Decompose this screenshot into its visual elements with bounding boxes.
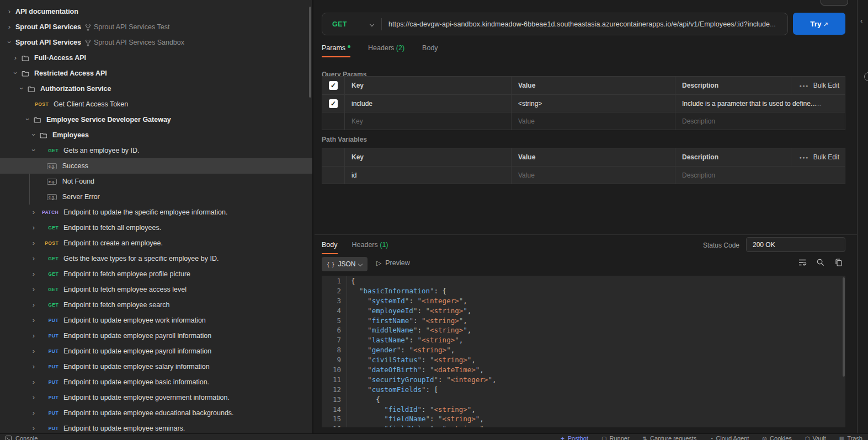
sidebar-item-request[interactable]: ›PUTEndpoint to update employee educatio… — [0, 405, 312, 421]
sidebar-item-request[interactable]: ›GETEndpoint to fetch employee access le… — [0, 282, 312, 297]
chevron-collapsed-icon[interactable]: › — [29, 331, 39, 340]
bulk-edit-button[interactable]: ●●●Bulk Edit — [791, 148, 846, 166]
sidebar-item-folder[interactable]: ›Authorization Service — [0, 81, 312, 96]
statusbar-item-runner[interactable]: ▢Runner — [601, 435, 630, 440]
partial-circle-icon[interactable] — [864, 72, 868, 81]
sidebar-item-request[interactable]: ›GETEndpoint to fetch employee profile p… — [0, 266, 312, 282]
sidebar-item-request[interactable]: ›PUTEndpoint to update employee seminars… — [0, 421, 312, 433]
try-button[interactable]: Try↗ — [793, 13, 845, 35]
statusbar-item-capture-requests[interactable]: ⇅Capture requests — [643, 435, 697, 440]
chevron-collapsed-icon[interactable]: › — [29, 393, 39, 401]
param-value-input[interactable]: <string> — [511, 95, 675, 112]
sidebar-item-collection[interactable]: ›Sprout API ServicesSprout API Services … — [0, 35, 312, 50]
chevron-collapsed-icon[interactable]: › — [29, 254, 39, 262]
pathvar-description-input[interactable]: Description — [675, 167, 846, 184]
sidebar-item-request[interactable]: ›PUTEndpoint to update employee governme… — [0, 390, 312, 405]
param-key-input[interactable]: Key — [344, 112, 511, 130]
statusbar-item-cloud-agent[interactable]: ◔Cloud Agent — [710, 435, 749, 440]
tab-response-body[interactable]: Body — [322, 241, 338, 253]
pathvar-value-input[interactable]: Value — [511, 167, 675, 184]
sidebar-item-request[interactable]: ›PATCHEndpoint to update the specific em… — [0, 205, 312, 220]
url-input[interactable]: https://ca-devgw-api-sandbox.kindmeadow-… — [382, 20, 782, 28]
search-icon[interactable] — [816, 258, 825, 267]
code-line: 15 "fieldName": "<string>", — [322, 414, 845, 424]
sidebar-item-folder[interactable]: ›Full-Access API — [0, 50, 312, 66]
statusbar-item-cookies[interactable]: ◎Cookies — [762, 435, 791, 440]
sidebar-item-request[interactable]: ›GETGets the leave types for a specific … — [0, 251, 312, 266]
param-value-input[interactable]: Value — [511, 112, 675, 130]
sidebar-item-request[interactable]: ›PUTEndpoint to update employee basic in… — [0, 374, 312, 390]
sidebar-item-request[interactable]: POSTGet Client Access Token — [0, 96, 312, 112]
sidebar-item-request[interactable]: ›GETGets an employee by ID. — [0, 143, 312, 158]
select-all-checkbox[interactable]: ✓ — [329, 81, 338, 90]
line-number: 4 — [322, 306, 347, 316]
statusbar-item-vault[interactable]: ⬡Vault — [805, 435, 826, 440]
chevron-collapsed-icon[interactable]: › — [29, 409, 39, 417]
tab-body[interactable]: Body — [422, 44, 438, 56]
sidebar-item-collection[interactable]: ›Sprout API ServicesSprout API Services … — [0, 19, 312, 35]
chevron-collapsed-icon[interactable]: › — [29, 378, 39, 386]
bulk-edit-button[interactable]: ●●●Bulk Edit — [791, 77, 846, 94]
sidebar-item-folder[interactable]: ›Employees — [0, 127, 312, 143]
chevron-expanded-icon[interactable]: › — [30, 145, 38, 155]
sidebar-item-request[interactable]: ›PUTEndpoint to update employee salary i… — [0, 359, 312, 374]
chevron-collapsed-icon[interactable]: › — [29, 208, 39, 216]
sidebar-item-folder[interactable]: ›Restricted Access API — [0, 66, 312, 81]
statusbar-item-trash[interactable]: ▥Trash — [839, 435, 862, 440]
tab-response-headers[interactable]: Headers (1) — [352, 241, 388, 253]
chevron-collapsed-icon[interactable]: › — [4, 7, 14, 15]
code-toolbar — [798, 258, 843, 267]
code-scrollbar[interactable] — [843, 277, 845, 377]
sidebar-scrollbar[interactable] — [309, 7, 311, 98]
pathvar-key-input[interactable]: id — [344, 167, 511, 184]
sidebar-item-example[interactable]: e.g.Success — [0, 158, 312, 174]
sidebar-item-folder[interactable]: ›Employee Service Developer Gateway — [0, 112, 312, 127]
sidebar-item-request[interactable]: ›POSTEndpoint to create an employee. — [0, 235, 312, 251]
chevron-collapsed-icon[interactable]: › — [29, 316, 39, 324]
param-key-input[interactable]: include — [344, 95, 511, 112]
wrap-text-icon[interactable] — [798, 258, 807, 267]
chevron-expanded-icon[interactable]: › — [12, 68, 20, 78]
chevron-collapsed-icon[interactable]: › — [29, 239, 39, 247]
chevron-expanded-icon[interactable]: › — [24, 114, 32, 124]
method-badge-post: POST — [29, 101, 49, 107]
sidebar-item-example[interactable]: e.g.Not Found — [0, 174, 312, 189]
chevron-collapsed-icon[interactable]: › — [10, 53, 20, 62]
response-code-editor[interactable]: 1{2 "basicInformation": {3 "systemId": "… — [322, 276, 845, 427]
console-button[interactable]: Console — [6, 435, 38, 440]
chevron-expanded-icon[interactable]: › — [30, 130, 38, 139]
sidebar-item-request[interactable]: ›GETEndpoint to fetch employee search — [0, 297, 312, 313]
preview-button[interactable]: ▷ Preview — [376, 259, 410, 267]
chevron-collapsed-icon[interactable]: › — [29, 347, 39, 355]
sidebar-item-collection[interactable]: ›API documentation — [0, 4, 312, 19]
statusbar-item-postbot[interactable]: ✦Postbot — [560, 435, 588, 440]
sidebar-item-request[interactable]: ›GETEndpoint to fetch all employees. — [0, 220, 312, 235]
sidebar-item-example[interactable]: e.g.Server Error — [0, 189, 312, 205]
body-format-select[interactable]: { } JSON — [322, 257, 368, 271]
sidebar-item-label: Endpoint to update employee seminars. — [63, 425, 185, 432]
chevron-collapsed-icon[interactable]: › — [29, 285, 39, 293]
sidebar-item-request[interactable]: ›PUTEndpoint to update employee work inf… — [0, 313, 312, 328]
chevron-collapsed-icon[interactable]: › — [29, 301, 39, 309]
status-code-input[interactable]: 200 OK — [746, 237, 845, 252]
sidebar-item-label: Endpoint to update employee salary infor… — [63, 363, 210, 371]
param-description-input[interactable]: Include is a parameter that is used to d… — [675, 95, 846, 112]
chevron-expanded-icon[interactable]: › — [6, 37, 14, 47]
collapse-panel-icon[interactable]: ‹ — [860, 17, 862, 25]
sidebar-item-request[interactable]: ›PUTEndpoint to update employee payroll … — [0, 344, 312, 359]
sidebar-item-request[interactable]: ›PUTEndpoint to update employee payroll … — [0, 328, 312, 344]
chevron-collapsed-icon[interactable]: › — [29, 270, 39, 278]
chevron-collapsed-icon[interactable]: › — [4, 23, 14, 31]
chevron-expanded-icon[interactable]: › — [18, 83, 26, 93]
chevron-collapsed-icon[interactable]: › — [29, 362, 39, 371]
copy-icon[interactable] — [834, 258, 843, 267]
line-number: 10 — [322, 365, 347, 375]
row-checkbox[interactable]: ✓ — [329, 99, 338, 108]
param-description-input[interactable]: Description — [675, 112, 846, 130]
chevron-collapsed-icon[interactable]: › — [29, 223, 39, 232]
tab-params[interactable]: Params — [322, 44, 350, 56]
method-select[interactable]: GET — [322, 20, 381, 28]
chevron-collapsed-icon[interactable]: › — [29, 424, 39, 432]
partial-toolbar-button[interactable] — [821, 0, 848, 6]
tab-headers[interactable]: Headers (2) — [368, 44, 404, 56]
